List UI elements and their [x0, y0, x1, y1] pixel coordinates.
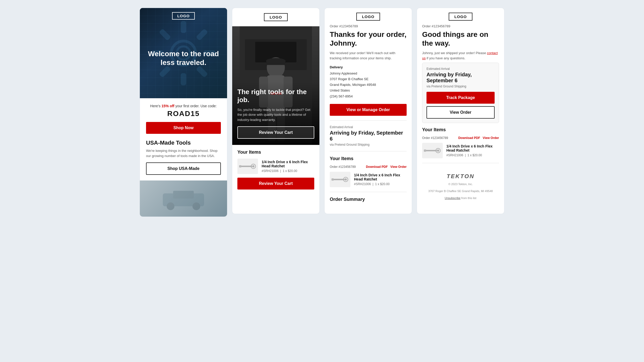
view-order-button[interactable]: View Order [426, 106, 495, 119]
svg-point-39 [437, 150, 439, 152]
shipped-item-row: 1/4 Inch Drive x 6 Inch Flex Head Ratche… [422, 143, 499, 158]
delivery-section: Delivery Johnny Appleseed 3707 Roger B C… [330, 65, 407, 99]
section-divider-2 [330, 151, 407, 151]
delivery-address1: 3707 Roger B Chaffee SE [330, 76, 407, 82]
promo-text: Here's 15% off your first order. Use cod… [146, 104, 221, 108]
item-details: 1/4 Inch Drive x 6 Inch Flex Head Ratche… [446, 144, 499, 157]
item-name: 1/4 Inch Drive x 6 Inch Flex Head Ratche… [446, 144, 499, 152]
view-order-link[interactable]: View Order [483, 136, 499, 140]
item-meta: #SRH21006 | 1 x $20.00 [262, 169, 314, 173]
svg-rect-36 [332, 178, 334, 180]
email-card-shipped: LOGO Order #123456789 Good things are on… [417, 8, 504, 214]
card1-content: Here's 15% off your first order. Use cod… [140, 98, 227, 180]
footer-divider [422, 163, 499, 163]
card4-body: Order #123456789 Good things are on the … [417, 24, 504, 208]
bottom-image [140, 180, 227, 217]
delivery-info: Johnny Appleseed 3707 Roger B Chaffee SE… [330, 71, 407, 99]
download-pdf-link[interactable]: Download PDF [458, 136, 480, 140]
order-number: Order #123456789 [330, 24, 407, 28]
order-confirm-title: Thanks for your order, Johnny. [330, 30, 407, 47]
view-order-link[interactable]: View Order [390, 165, 407, 169]
logo: LOGO [264, 13, 288, 21]
download-pdf-link[interactable]: Download PDF [366, 165, 388, 169]
delivery-phone: (234) 567-8954 [330, 94, 407, 99]
item-meta: #SRH21006 | 1 x $20.00 [446, 153, 499, 157]
item-meta: #SRH21006 | 1 x $20.00 [354, 182, 407, 186]
items-order-number: Order #123456789 [422, 136, 448, 140]
hero-overlay: The right tools for the job. So, you're … [232, 82, 319, 145]
card2-hero: TEKTON The right tools for the job. So, … [232, 26, 319, 145]
item-name: 1/4 Inch Drive x 6 Inch Flex Head Ratche… [354, 173, 407, 181]
view-manage-order-button[interactable]: View or Manage Order [330, 104, 407, 116]
track-package-button[interactable]: Track Package [426, 92, 495, 104]
arrival-card: Estimated Arrival Arriving by Friday, Se… [422, 63, 499, 123]
tekton-logo: TEKTON [422, 173, 499, 180]
review-cart-bottom-button[interactable]: Review Your Cart [237, 178, 314, 190]
footer-unsubscribe: Unsubscribe from this list [422, 196, 499, 201]
item-image [237, 159, 258, 174]
delivery-city: Grand Rapids, Michigan 49548 [330, 82, 407, 88]
shop-usa-button[interactable]: Shop USA-Made [146, 162, 221, 175]
usa-tools-heading: USA-Made Tools [146, 139, 221, 146]
order-summary-heading: Order Summary [330, 197, 407, 202]
arrival-date: Arriving by Friday, September 6 [426, 72, 495, 84]
svg-rect-10 [159, 65, 171, 78]
estimated-arrival-label: Estimated Arrival [330, 125, 407, 129]
hero-headline: Welcome to the road less traveled. [140, 50, 227, 67]
shipped-subtitle: Johnny, just we shipped your order! Plea… [422, 51, 499, 61]
svg-rect-27 [267, 60, 285, 65]
svg-point-35 [345, 178, 347, 180]
items-header: Order #123456789 Download PDF View Order [330, 165, 407, 169]
arrival-date: Arriving by Friday, September 6 [330, 130, 407, 142]
section-divider [330, 120, 407, 121]
item-image [330, 172, 350, 187]
email-card-order-confirm: LOGO Order #123456789 Thanks for your or… [324, 8, 412, 214]
items-header: Order #123456789 Download PDF View Order [422, 136, 499, 140]
promo-code: ROAD15 [146, 110, 221, 118]
svg-rect-33 [332, 179, 344, 180]
discount-highlight: 15% off [162, 104, 174, 108]
logo: LOGO [356, 13, 380, 21]
shipped-title: Good things are on the way. [422, 30, 499, 47]
items-links: Download PDF View Order [458, 136, 499, 140]
hero-title: The right tools for the job. [237, 88, 314, 104]
svg-rect-37 [424, 150, 437, 151]
arrival-section: Estimated Arrival Arriving by Friday, Se… [330, 125, 407, 146]
delivery-label: Delivery [330, 65, 407, 69]
card3-body: Order #123456789 Thanks for your order, … [325, 24, 412, 211]
order-confirm-subtitle: We received your order! We'll reach out … [330, 51, 407, 61]
card2-body: Your Items 1/4 Inch Drive x 6 Inch Flex … [232, 145, 319, 194]
item-details: 1/4 Inch Drive x 6 Inch Flex Head Ratche… [262, 160, 314, 173]
review-cart-hero-button[interactable]: Review Your Cart [237, 126, 314, 139]
logo: LOGO [172, 12, 195, 20]
section-divider-3 [330, 192, 407, 192]
logo: LOGO [449, 13, 472, 21]
delivery-country: United States [330, 88, 407, 93]
footer-copyright: © 2023 Tekton, Inc. [422, 182, 499, 187]
svg-rect-9 [181, 73, 186, 85]
svg-point-14 [167, 202, 174, 210]
delivery-name: Johnny Appleseed [330, 71, 407, 76]
card3-header: LOGO [325, 8, 412, 24]
svg-rect-8 [196, 65, 208, 78]
items-links: Download PDF View Order [366, 165, 407, 169]
svg-rect-12 [159, 28, 171, 41]
your-items-heading: Your Items [422, 127, 499, 133]
item-name: 1/4 Inch Drive x 6 Inch Flex Head Ratche… [262, 160, 314, 168]
item-details: 1/4 Inch Drive x 6 Inch Flex Head Ratche… [354, 173, 407, 186]
arrival-via: via Pretend Ground Shipping [426, 85, 495, 88]
your-items-heading: Your Items [330, 156, 407, 161]
shop-now-button[interactable]: Shop Now [146, 122, 221, 134]
svg-point-15 [192, 202, 200, 210]
order-number: Order #123456789 [422, 24, 499, 28]
svg-rect-6 [196, 28, 208, 41]
svg-rect-32 [239, 165, 242, 168]
usa-tools-description: We're keeping things in the neighborhood… [146, 148, 221, 158]
your-items-heading: Your Items [237, 150, 314, 155]
svg-rect-2 [181, 21, 186, 33]
unsubscribe-link[interactable]: Unsubscribe [445, 196, 461, 200]
tekton-brand-section: TEKTON © 2023 Tekton, Inc. 3707 Roger B … [422, 168, 499, 203]
card2-header: LOGO [232, 8, 319, 26]
item-image [422, 143, 443, 158]
email-card-cart: LOGO TEKTON [232, 8, 320, 214]
